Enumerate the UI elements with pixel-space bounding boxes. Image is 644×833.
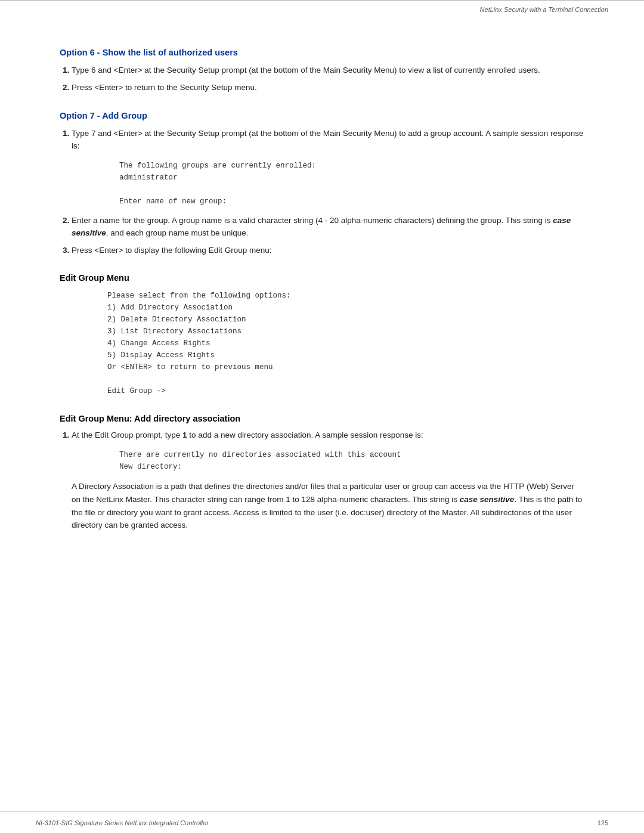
- footer-page-number: 125: [597, 819, 608, 826]
- code-block-edit-group-add: There are currently no directories assoc…: [119, 449, 584, 473]
- page-container: NetLinx Security with a Terminal Connect…: [0, 0, 644, 833]
- option7-list: Type 7 and <Enter> at the Security Setup…: [72, 128, 584, 257]
- option7-heading: Option 7 - Add Group: [60, 111, 584, 120]
- code-block-option7-1: The following groups are currently enrol…: [119, 160, 584, 208]
- header-subtitle: NetLinx Security with a Terminal Connect…: [480, 6, 608, 13]
- bold-italic-text: case sensitive: [72, 216, 571, 237]
- code-block-edit-group-menu: Please select from the following options…: [107, 290, 584, 397]
- list-item: Enter a name for the group. A group name…: [72, 215, 584, 240]
- bold-number: 1: [182, 431, 187, 439]
- list-item: Type 6 and <Enter> at the Security Setup…: [72, 64, 584, 77]
- list-item: Type 7 and <Enter> at the Security Setup…: [72, 128, 584, 208]
- bold-italic-case-sensitive: case sensitive: [460, 495, 515, 504]
- footer-left-text: NI-3101-SIG Signature Series NetLinx Int…: [36, 819, 209, 826]
- page-footer: NI-3101-SIG Signature Series NetLinx Int…: [0, 812, 644, 833]
- edit-group-add-list: At the Edit Group prompt, type 1 to add …: [72, 429, 584, 473]
- page-header: NetLinx Security with a Terminal Connect…: [0, 1, 644, 19]
- edit-group-menu-heading: Edit Group Menu: [60, 273, 584, 283]
- option6-heading: Option 6 - Show the list of authorized u…: [60, 48, 584, 57]
- edit-group-add-heading: Edit Group Menu: Add directory associati…: [60, 414, 584, 423]
- content-area: Option 6 - Show the list of authorized u…: [0, 19, 644, 572]
- list-item: Press <Enter> to display the following E…: [72, 244, 584, 257]
- option6-list: Type 6 and <Enter> at the Security Setup…: [72, 64, 584, 94]
- body-paragraph: A Directory Association is a path that d…: [72, 480, 584, 531]
- list-item: Press <Enter> to return to the Security …: [72, 82, 584, 94]
- list-item: At the Edit Group prompt, type 1 to add …: [72, 429, 584, 473]
